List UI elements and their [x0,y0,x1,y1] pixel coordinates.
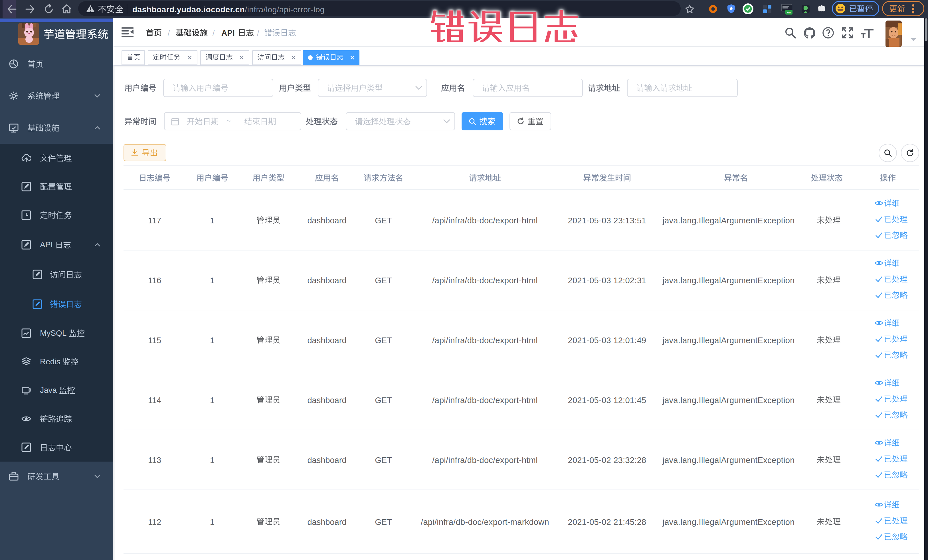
svg-text:on: on [787,11,791,14]
